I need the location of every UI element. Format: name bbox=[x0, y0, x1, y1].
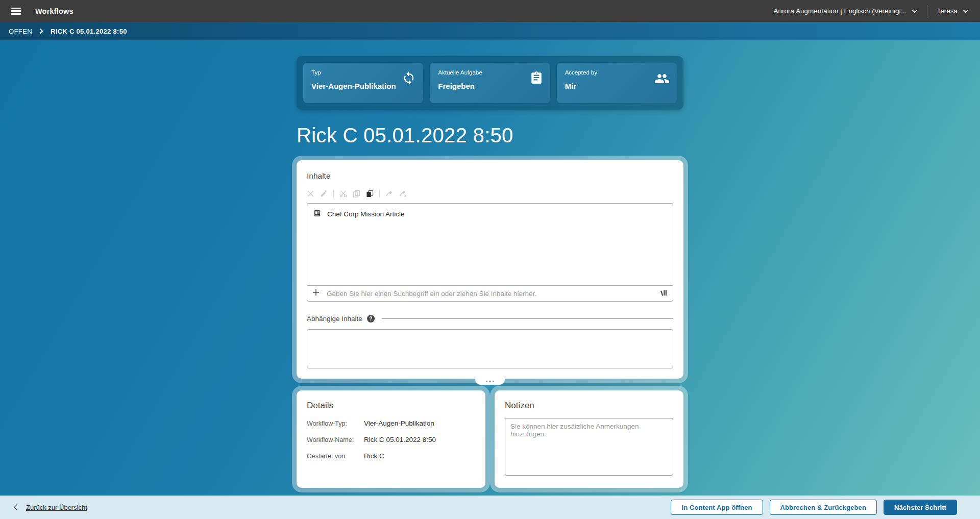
detail-value: Rick C 05.01.2022 8:50 bbox=[364, 436, 436, 443]
main-area: Typ Vier-Augen-Publikation Aktuelle Aufg… bbox=[0, 40, 980, 496]
site-language-selector[interactable]: Aurora Augmentation | Englisch (Vereinig… bbox=[771, 7, 921, 15]
chevron-down-icon bbox=[912, 9, 918, 13]
summary-label: Aktuelle Aufgabe bbox=[438, 69, 542, 76]
summary-label: Typ bbox=[311, 69, 415, 76]
summary-card-typ: Typ Vier-Augen-Publikation bbox=[303, 63, 423, 103]
summary-card-aufgabe: Aktuelle Aufgabe Freigeben bbox=[430, 63, 550, 103]
hamburger-menu-icon[interactable] bbox=[11, 8, 21, 15]
detail-row-gestartet-von: Gestartet von: Rick C bbox=[307, 452, 475, 460]
content-item-name: Chef Corp Mission Article bbox=[327, 210, 405, 218]
resize-handle[interactable] bbox=[475, 378, 505, 385]
site-language-label: Aurora Augmentation | Englisch (Vereinig… bbox=[774, 7, 907, 15]
paste-icon[interactable] bbox=[366, 190, 374, 197]
content-card: Inhalte bbox=[297, 160, 683, 379]
article-icon bbox=[313, 209, 321, 219]
content-list: Chef Corp Mission Article bbox=[307, 203, 673, 302]
help-icon[interactable]: ? bbox=[367, 315, 375, 323]
detail-row-workflow-name: Workflow-Name: Rick C 05.01.2022 8:50 bbox=[307, 436, 475, 443]
page-title: Rick C 05.01.2022 8:50 bbox=[297, 124, 683, 147]
topbar-divider bbox=[927, 5, 927, 18]
sign-icon[interactable] bbox=[385, 190, 394, 197]
content-search-input[interactable] bbox=[326, 289, 653, 298]
summary-label: Accepted by bbox=[565, 69, 669, 76]
notes-card: Notizen bbox=[495, 390, 683, 488]
sync-icon bbox=[402, 71, 416, 87]
next-step-button[interactable]: Nächster Schritt bbox=[884, 500, 957, 515]
library-icon[interactable] bbox=[659, 289, 668, 299]
chevron-right-icon bbox=[39, 28, 43, 34]
chevron-left-icon bbox=[13, 504, 18, 511]
workflow-detail-page: Workflows Aurora Augmentation | Englisch… bbox=[0, 0, 980, 519]
sign-remove-icon[interactable] bbox=[399, 190, 407, 197]
open-content-app-button[interactable]: In Content App öffnen bbox=[671, 500, 763, 515]
people-icon bbox=[654, 71, 670, 88]
user-menu[interactable]: Teresa bbox=[934, 7, 972, 15]
notes-textarea[interactable] bbox=[505, 418, 673, 476]
detail-label: Workflow-Typ: bbox=[307, 420, 364, 427]
detail-value: Rick C bbox=[364, 452, 384, 460]
back-to-overview-link[interactable]: Zurück zur Übersicht bbox=[13, 504, 87, 511]
topbar-right: Aurora Augmentation | Englisch (Vereinig… bbox=[771, 5, 972, 18]
detail-row-workflow-typ: Workflow-Typ: Vier-Augen-Publikation bbox=[307, 419, 475, 427]
notes-title: Notizen bbox=[505, 401, 673, 411]
chevron-down-icon bbox=[963, 9, 969, 13]
summary-value: Mir bbox=[565, 82, 669, 90]
summary-card-accepted-by: Accepted by Mir bbox=[557, 63, 677, 103]
detail-value: Vier-Augen-Publikation bbox=[364, 419, 434, 427]
details-card: Details Workflow-Typ: Vier-Augen-Publika… bbox=[297, 390, 485, 488]
dependent-content-label: Abhängige Inhalte bbox=[307, 315, 362, 323]
footer-action-bar: Zurück zur Übersicht In Content App öffn… bbox=[0, 496, 980, 519]
app-title: Workflows bbox=[35, 7, 74, 15]
summary-value: Freigeben bbox=[438, 82, 542, 90]
top-app-bar: Workflows Aurora Augmentation | Englisch… bbox=[0, 0, 980, 22]
cancel-return-button[interactable]: Abbrechen & Zurückgeben bbox=[770, 500, 877, 515]
dependent-content-list[interactable] bbox=[307, 329, 673, 368]
content-toolbar bbox=[307, 189, 673, 198]
summary-value: Vier-Augen-Publikation bbox=[311, 82, 415, 90]
details-title: Details bbox=[307, 401, 475, 411]
bottom-cards-row: Details Workflow-Typ: Vier-Augen-Publika… bbox=[297, 390, 683, 488]
breadcrumb-section-offen[interactable]: OFFEN bbox=[9, 28, 32, 35]
breadcrumb: OFFEN RICK C 05.01.2022 8:50 bbox=[0, 22, 980, 40]
edit-icon[interactable] bbox=[320, 190, 328, 197]
clipboard-icon bbox=[530, 71, 543, 86]
cut-icon[interactable] bbox=[339, 190, 347, 197]
toolbar-divider bbox=[333, 190, 334, 197]
workflow-summary-panel: Typ Vier-Augen-Publikation Aktuelle Aufg… bbox=[297, 56, 683, 110]
detail-label: Workflow-Name: bbox=[307, 436, 364, 443]
content-search-row bbox=[307, 285, 673, 301]
detail-label: Gestartet von: bbox=[307, 453, 364, 460]
content-list-items: Chef Corp Mission Article bbox=[307, 204, 673, 285]
remove-icon[interactable] bbox=[307, 190, 314, 197]
copy-icon[interactable] bbox=[353, 190, 360, 197]
dependent-content-row: Abhängige Inhalte ? bbox=[307, 315, 673, 323]
user-name-label: Teresa bbox=[937, 7, 958, 15]
back-link-label: Zurück zur Übersicht bbox=[26, 504, 87, 511]
toolbar-divider bbox=[379, 190, 380, 197]
plus-icon[interactable] bbox=[312, 289, 320, 298]
content-card-title: Inhalte bbox=[307, 171, 673, 181]
content-list-item[interactable]: Chef Corp Mission Article bbox=[307, 207, 673, 221]
dependent-divider-line bbox=[382, 318, 673, 319]
breadcrumb-current: RICK C 05.01.2022 8:50 bbox=[51, 28, 127, 35]
